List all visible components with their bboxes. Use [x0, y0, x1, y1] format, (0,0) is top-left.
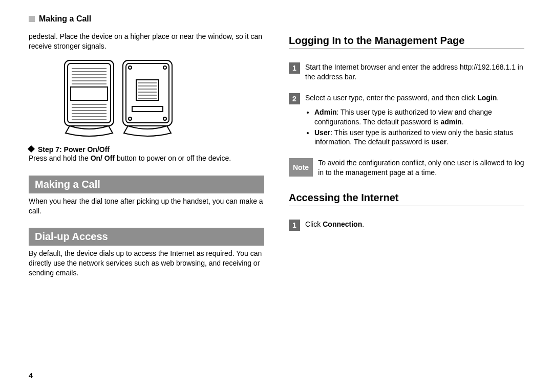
section-dialup-access: Dial-up Access: [29, 228, 264, 246]
making-call-text: When you hear the dial tone after pickin…: [29, 197, 264, 216]
note-badge: Note: [289, 158, 313, 177]
subhead-login: Logging In to the Management Page: [289, 35, 524, 49]
bullet-admin-text-b: .: [462, 118, 464, 126]
step-7-text-onoff: On/ Off: [91, 154, 115, 162]
access-step-1-a: Click: [305, 220, 323, 228]
step-7-text-a: Press and hold the: [29, 154, 91, 162]
login-step-2-b: .: [497, 94, 499, 102]
access-step-1-connection: Connection: [323, 220, 362, 228]
page-number: 4: [29, 371, 264, 380]
login-step-2-text: Select a user type, enter the password, …: [305, 93, 524, 103]
left-column: pedestal. Place the device on a higher p…: [29, 32, 264, 380]
pedestal-paragraph: pedestal. Place the device on a higher p…: [29, 32, 264, 51]
access-step-1-b: .: [362, 220, 364, 228]
login-step-2-a: Select a user type, enter the password, …: [305, 94, 477, 102]
section-making-a-call: Making a Call: [29, 176, 264, 193]
running-head: Making a Call: [29, 14, 524, 24]
svg-rect-1: [68, 63, 111, 123]
note-text: To avoid the configuration conflict, onl…: [318, 158, 524, 178]
svg-rect-2: [71, 87, 108, 100]
login-step-1-text: Start the Internet browser and enter the…: [305, 62, 524, 82]
step-number-badge-1: 1: [289, 62, 300, 74]
subhead-accessing-internet: Accessing the Internet: [289, 192, 524, 206]
bullet-user: User: This user type is authorized to vi…: [314, 128, 524, 147]
note-block: Note To avoid the configuration conflict…: [289, 158, 524, 178]
bullet-admin-text-a: : This user type is authorized to view a…: [314, 108, 492, 126]
dialup-text: By default, the device dials up to acces…: [29, 249, 264, 278]
svg-point-17: [129, 66, 132, 69]
access-step-1: 1 Click Connection.: [289, 220, 524, 231]
right-column: Logging In to the Management Page 1 Star…: [289, 32, 524, 380]
bullet-admin-password: admin: [440, 118, 461, 126]
bullet-admin: Admin: This user type is authorized to v…: [314, 107, 524, 127]
svg-point-19: [129, 117, 132, 120]
svg-rect-28: [132, 106, 163, 112]
bullet-user-label: User: [314, 128, 330, 137]
login-step-2-login: Login: [477, 94, 497, 102]
bullet-user-text-a: : This user type is authorized to view o…: [314, 128, 513, 146]
login-step-2: 2 Select a user type, enter the password…: [289, 93, 524, 104]
svg-rect-15: [123, 60, 172, 126]
svg-point-20: [163, 117, 166, 120]
bullet-user-password: user: [432, 138, 447, 146]
running-head-title: Making a Call: [39, 14, 91, 24]
step-7-label: Step 7: Power On/Off: [38, 145, 110, 154]
two-column-layout: pedestal. Place the device on a higher p…: [29, 32, 524, 380]
running-head-marker-icon: [29, 16, 35, 22]
step-7-heading: Step 7: Power On/Off: [29, 145, 264, 154]
svg-rect-16: [126, 63, 169, 123]
login-step-1: 1 Start the Internet browser and enter t…: [289, 62, 524, 82]
step-7-text-b: button to power on or off the device.: [115, 154, 231, 162]
step-number-badge-2: 2: [289, 93, 300, 104]
access-step-1-text: Click Connection.: [305, 220, 524, 229]
user-type-list: Admin: This user type is authorized to v…: [305, 107, 524, 148]
bullet-user-text-b: .: [446, 138, 449, 146]
bullet-admin-label: Admin: [314, 108, 337, 116]
step-7-text: Press and hold the On/ Off button to pow…: [29, 154, 264, 163]
device-figure: [29, 57, 264, 139]
access-step-number-badge-1: 1: [289, 220, 300, 231]
svg-point-18: [163, 66, 166, 69]
svg-rect-0: [65, 60, 114, 126]
device-illustration-icon: [59, 57, 177, 139]
diamond-bullet-icon: [28, 145, 35, 153]
